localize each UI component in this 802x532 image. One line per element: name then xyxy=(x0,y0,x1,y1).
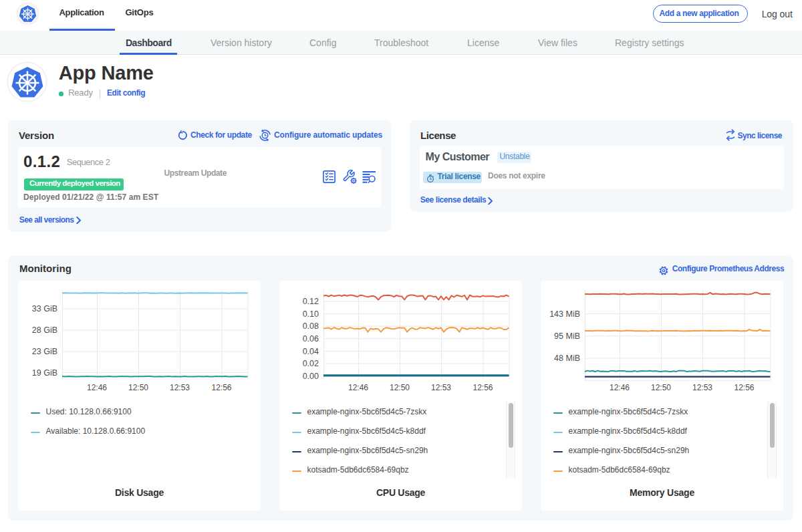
svg-text:12:53: 12:53 xyxy=(692,383,712,392)
svg-text:12:46: 12:46 xyxy=(87,383,107,392)
svg-text:12:50: 12:50 xyxy=(128,383,148,392)
svg-text:95 MiB: 95 MiB xyxy=(554,331,580,341)
svg-text:12:50: 12:50 xyxy=(651,383,671,392)
svg-text:0.12: 0.12 xyxy=(303,297,319,306)
svg-text:12:46: 12:46 xyxy=(348,383,368,392)
svg-text:28 GiB: 28 GiB xyxy=(32,325,57,335)
svg-text:12:53: 12:53 xyxy=(431,383,451,392)
svg-text:0.04: 0.04 xyxy=(303,347,319,356)
svg-text:12:56: 12:56 xyxy=(734,383,754,392)
svg-text:12:46: 12:46 xyxy=(610,383,630,392)
svg-text:0.08: 0.08 xyxy=(303,321,319,331)
svg-text:0.10: 0.10 xyxy=(303,309,319,319)
svg-text:12:56: 12:56 xyxy=(473,383,493,392)
svg-text:19 GiB: 19 GiB xyxy=(32,368,57,378)
svg-text:12:50: 12:50 xyxy=(390,383,410,392)
svg-text:12:56: 12:56 xyxy=(211,383,231,392)
svg-text:33 GiB: 33 GiB xyxy=(32,304,57,313)
svg-text:143 MiB: 143 MiB xyxy=(549,309,580,319)
svg-text:12:53: 12:53 xyxy=(170,383,190,392)
svg-text:0.06: 0.06 xyxy=(303,334,319,344)
svg-text:0.02: 0.02 xyxy=(303,359,319,368)
svg-text:23 GiB: 23 GiB xyxy=(32,347,57,356)
svg-text:48 MiB: 48 MiB xyxy=(554,354,580,363)
svg-text:0.00: 0.00 xyxy=(303,372,319,381)
